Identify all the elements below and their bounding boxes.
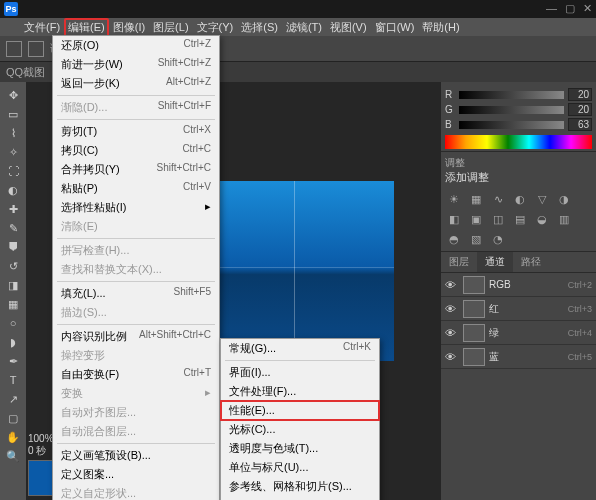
menuitem[interactable]: 参考线、网格和切片(S)... <box>221 477 379 496</box>
menuitem[interactable]: 常规(G)...Ctrl+K <box>221 339 379 358</box>
eyedropper-tool-icon[interactable]: ◐ <box>3 181 23 199</box>
menuitem[interactable]: 光标(C)... <box>221 420 379 439</box>
menu-2[interactable]: 图像(I) <box>109 18 149 37</box>
menuitem[interactable]: 界面(I)... <box>221 363 379 382</box>
maximize-icon[interactable]: ▢ <box>565 2 575 15</box>
panel-tab[interactable]: 路径 <box>513 252 549 272</box>
lasso-tool-icon[interactable]: ⌇ <box>3 124 23 142</box>
menu-0[interactable]: 文件(F) <box>20 18 64 37</box>
menuitem[interactable]: 粘贴(P)Ctrl+V <box>53 179 219 198</box>
adj-curves-icon[interactable]: ∿ <box>489 191 507 207</box>
adj-exposure-icon[interactable]: ◐ <box>511 191 529 207</box>
menuitem[interactable]: 定义图案... <box>53 465 219 484</box>
adj-vibrance-icon[interactable]: ▽ <box>533 191 551 207</box>
dodge-tool-icon[interactable]: ◗ <box>3 333 23 351</box>
adj-bw-icon[interactable]: ◧ <box>445 211 463 227</box>
adj-select-icon[interactable]: ◔ <box>489 231 507 247</box>
menu-6[interactable]: 滤镜(T) <box>282 18 326 37</box>
menu-5[interactable]: 选择(S) <box>237 18 282 37</box>
shape-tool-icon[interactable]: ▢ <box>3 409 23 427</box>
menuitem[interactable]: 拷贝(C)Ctrl+C <box>53 141 219 160</box>
visibility-icon[interactable]: 👁 <box>445 303 459 315</box>
crop-tool-icon[interactable]: ⛶ <box>3 162 23 180</box>
b-track[interactable] <box>459 121 564 129</box>
menuitem[interactable]: 还原(O)Ctrl+Z <box>53 36 219 55</box>
menu-4[interactable]: 文字(Y) <box>193 18 238 37</box>
adj-thresh-icon[interactable]: ◓ <box>445 231 463 247</box>
channel-row[interactable]: 👁红Ctrl+3 <box>441 297 596 321</box>
panel-tab[interactable]: 通道 <box>477 252 513 272</box>
menu-9[interactable]: 帮助(H) <box>418 18 463 37</box>
adj-lookup-icon[interactable]: ▤ <box>511 211 529 227</box>
r-track[interactable] <box>459 91 564 99</box>
menu-3[interactable]: 图层(L) <box>149 18 192 37</box>
move-tool-icon[interactable]: ✥ <box>3 86 23 104</box>
r-value[interactable]: 20 <box>568 88 592 101</box>
panel-tab[interactable]: 图层 <box>441 252 477 272</box>
menuitem-label: 操控变形 <box>61 348 211 363</box>
adj-brightness-icon[interactable]: ☀ <box>445 191 463 207</box>
visibility-icon[interactable]: 👁 <box>445 351 459 363</box>
minimize-icon[interactable]: — <box>546 2 557 15</box>
slider-r[interactable]: R 20 <box>445 88 592 101</box>
menu-7[interactable]: 视图(V) <box>326 18 371 37</box>
menuitem[interactable]: 自由变换(F)Ctrl+T <box>53 365 219 384</box>
adj-photo-icon[interactable]: ▣ <box>467 211 485 227</box>
slider-b[interactable]: B 63 <box>445 118 592 131</box>
menuitem[interactable]: 前进一步(W)Shift+Ctrl+Z <box>53 55 219 74</box>
menuitem[interactable]: 选择性粘贴(I)▸ <box>53 198 219 217</box>
stamp-tool-icon[interactable]: ⛊ <box>3 238 23 256</box>
adj-hue-icon[interactable]: ◑ <box>555 191 573 207</box>
adj-invert-icon[interactable]: ◒ <box>533 211 551 227</box>
adj-mixer-icon[interactable]: ◫ <box>489 211 507 227</box>
close-icon[interactable]: ✕ <box>583 2 592 15</box>
pen-tool-icon[interactable]: ✒ <box>3 352 23 370</box>
menuitem[interactable]: 单位与标尺(U)... <box>221 458 379 477</box>
channel-row[interactable]: 👁RGBCtrl+2 <box>441 273 596 297</box>
channel-row[interactable]: 👁蓝Ctrl+5 <box>441 345 596 369</box>
menuitem[interactable]: 返回一步(K)Alt+Ctrl+Z <box>53 74 219 93</box>
marquee-tool-icon[interactable]: ▭ <box>3 105 23 123</box>
adj-map-icon[interactable]: ▧ <box>467 231 485 247</box>
canvas-image[interactable] <box>194 181 394 361</box>
wand-tool-icon[interactable]: ✧ <box>3 143 23 161</box>
menu-8[interactable]: 窗口(W) <box>371 18 419 37</box>
menuitem[interactable]: 填充(L)...Shift+F5 <box>53 284 219 303</box>
eraser-tool-icon[interactable]: ◨ <box>3 276 23 294</box>
channel-row[interactable]: 👁绿Ctrl+4 <box>441 321 596 345</box>
adj-levels-icon[interactable]: ▦ <box>467 191 485 207</box>
channel-shortcut: Ctrl+4 <box>568 328 592 338</box>
gradient-tool-icon[interactable]: ▦ <box>3 295 23 313</box>
adj-poster-icon[interactable]: ▥ <box>555 211 573 227</box>
r-label: R <box>445 89 455 100</box>
menuitem[interactable]: 内容识别比例Alt+Shift+Ctrl+C <box>53 327 219 346</box>
g-track[interactable] <box>459 106 564 114</box>
slider-g[interactable]: G 20 <box>445 103 592 116</box>
doc-tab[interactable]: QQ截图 <box>6 65 45 80</box>
zoom-tool-icon[interactable]: 🔍 <box>3 447 23 465</box>
opt-icon[interactable] <box>28 41 44 57</box>
menuitem[interactable]: 合并拷贝(Y)Shift+Ctrl+C <box>53 160 219 179</box>
menuitem[interactable]: 定义画笔预设(B)... <box>53 446 219 465</box>
g-value[interactable]: 20 <box>568 103 592 116</box>
menu-1[interactable]: 编辑(E) <box>64 18 109 37</box>
menuitem-label: 变换 <box>61 386 205 401</box>
visibility-icon[interactable]: 👁 <box>445 279 459 291</box>
path-tool-icon[interactable]: ↗ <box>3 390 23 408</box>
brush-tool-icon[interactable]: ✎ <box>3 219 23 237</box>
menuitem[interactable]: 透明度与色域(T)... <box>221 439 379 458</box>
tool-preset-icon[interactable] <box>6 41 22 57</box>
menuitem[interactable]: 性能(E)... <box>221 401 379 420</box>
menuitem-label: 粘贴(P) <box>61 181 183 196</box>
menuitem[interactable]: 增效工具(P)... <box>221 496 379 500</box>
b-value[interactable]: 63 <box>568 118 592 131</box>
visibility-icon[interactable]: 👁 <box>445 327 459 339</box>
hand-tool-icon[interactable]: ✋ <box>3 428 23 446</box>
menuitem[interactable]: 文件处理(F)... <box>221 382 379 401</box>
heal-tool-icon[interactable]: ✚ <box>3 200 23 218</box>
menuitem[interactable]: 剪切(T)Ctrl+X <box>53 122 219 141</box>
blur-tool-icon[interactable]: ○ <box>3 314 23 332</box>
history-brush-icon[interactable]: ↺ <box>3 257 23 275</box>
hue-strip[interactable] <box>445 135 592 149</box>
type-tool-icon[interactable]: T <box>3 371 23 389</box>
